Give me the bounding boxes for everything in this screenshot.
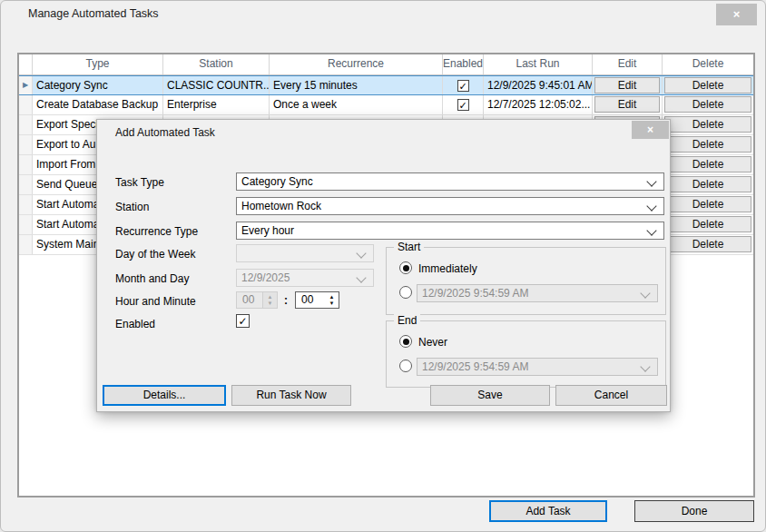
enabled-checkbox[interactable]: ✓ [457, 80, 469, 92]
cell-delete: Delete [663, 235, 753, 254]
enabled-checkbox[interactable]: ✓ [236, 314, 250, 328]
chevron-down-icon [640, 288, 650, 298]
cell-delete: Delete [663, 95, 753, 114]
spinner-arrows-icon[interactable]: ▲▼ [324, 292, 339, 308]
header-enabled[interactable]: Enabled [443, 54, 484, 74]
manage-automated-tasks-window: Manage Automated Tasks × Type Station Re… [0, 0, 766, 532]
cell-delete: Delete [663, 215, 753, 234]
task-type-select[interactable]: Category Sync [236, 172, 664, 191]
cell-recurrence: Once a week [270, 95, 443, 114]
enabled-checkbox[interactable]: ✓ [457, 99, 469, 111]
done-button[interactable]: Done [634, 500, 754, 522]
hour-stepper: 00 ▲▼ [236, 291, 278, 309]
end-datetime-select: 12/9/2025 9:54:59 AM [417, 358, 658, 376]
details-button[interactable]: Details... [103, 385, 226, 406]
task-type-value: Category Sync [241, 175, 313, 188]
start-datetime-select: 12/9/2025 9:54:59 AM [417, 284, 658, 302]
end-never-radio[interactable] [399, 335, 412, 348]
spinner-arrows-icon: ▲▼ [262, 292, 277, 308]
enabled-label: Enabled [115, 318, 155, 330]
row-selector-cell [19, 175, 33, 194]
run-task-now-button[interactable]: Run Task Now [231, 385, 351, 406]
cell-delete: Delete [663, 135, 753, 154]
edit-button[interactable]: Edit [594, 96, 660, 113]
header-last-run[interactable]: Last Run [484, 54, 593, 74]
end-never-label: Never [418, 336, 447, 349]
add-automated-task-dialog: Add Automated Task × Task Type Station R… [96, 119, 671, 412]
row-selector-cell [19, 95, 33, 114]
cell-delete: Delete [663, 175, 753, 194]
day-of-week-label: Day of the Week [115, 248, 196, 261]
start-immediately-radio[interactable] [399, 261, 412, 274]
end-group: End Never 12/9/2025 9:54:59 AM [386, 320, 666, 388]
cell-enabled: ✓ [443, 76, 484, 94]
header-recurrence[interactable]: Recurrence [270, 54, 443, 74]
delete-button[interactable]: Delete [664, 77, 751, 94]
add-task-button[interactable]: Add Task [489, 500, 607, 522]
table-row[interactable]: ▶Category SyncCLASSIC COUNTR...Every 15 … [19, 75, 753, 95]
delete-button[interactable]: Delete [664, 216, 751, 232]
cell-station: CLASSIC COUNTR... [163, 76, 270, 94]
header-type[interactable]: Type [33, 54, 163, 74]
start-group: Start Immediately 12/9/2025 9:54:59 AM [386, 247, 666, 315]
header-edit: Edit [593, 54, 663, 74]
cell-delete: Delete [663, 76, 753, 94]
minute-stepper[interactable]: 00 ▲▼ [295, 291, 339, 309]
chevron-down-icon [646, 225, 656, 235]
end-group-legend: End [394, 314, 420, 327]
row-selector-cell [19, 235, 33, 254]
table-header-row: Type Station Recurrence Enabled Last Run… [19, 54, 753, 75]
edit-button[interactable]: Edit [594, 77, 660, 94]
start-immediately-label: Immediately [418, 262, 477, 275]
delete-button[interactable]: Delete [664, 136, 751, 153]
cell-type: Create Database Backup [33, 95, 163, 114]
station-value: Hometown Rock [241, 200, 321, 212]
row-selector-arrow-icon: ▶ [19, 76, 33, 94]
dialog-title: Add Automated Task [115, 126, 215, 139]
minute-value: 00 [296, 292, 324, 308]
table-row[interactable]: Create Database BackupEnterpriseOnce a w… [19, 95, 753, 115]
cell-enabled: ✓ [443, 95, 484, 114]
month-and-day-value: 12/9/2025 [241, 271, 290, 284]
recurrence-type-label: Recurrence Type [115, 225, 198, 238]
chevron-down-icon [646, 176, 656, 186]
chevron-down-icon [646, 201, 656, 211]
start-group-legend: Start [394, 241, 424, 253]
window-title: Manage Automated Tasks [28, 7, 159, 20]
start-datetime-value: 12/9/2025 9:54:59 AM [422, 287, 528, 300]
cell-edit: Edit [593, 95, 663, 114]
cell-type: Category Sync [33, 76, 163, 94]
delete-button[interactable]: Delete [664, 156, 751, 172]
close-icon[interactable]: × [716, 4, 757, 25]
end-datetime-value: 12/9/2025 9:54:59 AM [422, 360, 528, 373]
header-selector [19, 54, 33, 74]
day-of-week-select [236, 244, 374, 262]
header-delete: Delete [663, 54, 753, 74]
header-station[interactable]: Station [163, 54, 270, 74]
row-selector-cell [19, 155, 33, 174]
row-selector-cell [19, 215, 33, 234]
title-bar: Manage Automated Tasks × [1, 1, 765, 26]
station-label: Station [115, 201, 149, 213]
row-selector-cell [19, 195, 33, 214]
end-datetime-radio[interactable] [399, 360, 412, 372]
cell-station: Enterprise [163, 95, 270, 114]
chevron-down-icon [356, 272, 366, 282]
save-button[interactable]: Save [430, 385, 550, 406]
recurrence-type-select[interactable]: Every hour [236, 222, 664, 240]
cell-last-run: 12/7/2025 12:05:02... [484, 95, 593, 114]
row-selector-cell [19, 115, 33, 134]
recurrence-type-value: Every hour [241, 224, 294, 237]
task-type-label: Task Type [115, 176, 164, 189]
delete-button[interactable]: Delete [664, 116, 751, 133]
delete-button[interactable]: Delete [664, 176, 751, 192]
hour-value: 00 [237, 292, 262, 308]
delete-button[interactable]: Delete [664, 96, 751, 113]
cancel-button[interactable]: Cancel [555, 385, 667, 406]
start-datetime-radio[interactable] [399, 286, 412, 299]
delete-button[interactable]: Delete [664, 196, 751, 212]
delete-button[interactable]: Delete [664, 236, 751, 252]
dialog-close-icon[interactable]: × [632, 121, 669, 139]
station-select[interactable]: Hometown Rock [236, 197, 664, 215]
cell-delete: Delete [663, 155, 753, 174]
